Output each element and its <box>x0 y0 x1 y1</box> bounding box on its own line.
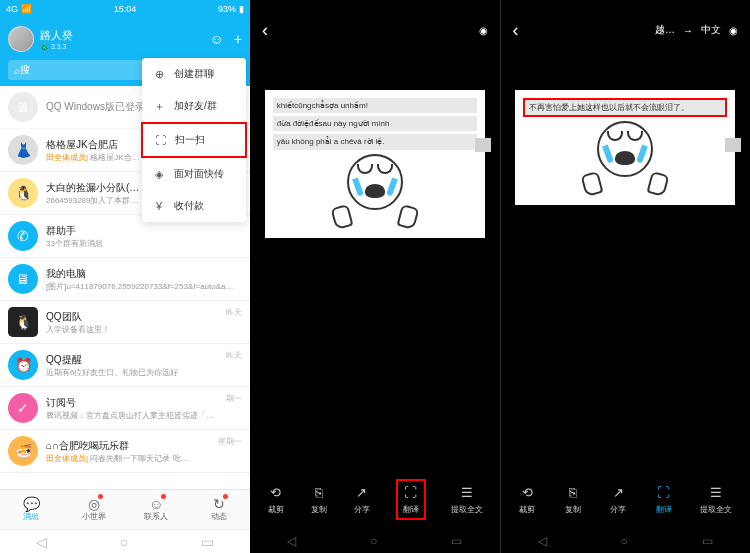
user-name: 路人癸 <box>40 29 73 41</box>
viewer-toolbar: ⟲裁剪⎘复制↗分享⛶翻译☰提取全文 <box>501 473 751 529</box>
tool-label: 提取全文 <box>451 504 483 515</box>
popup-item-add-user[interactable]: ＋加好友/群 <box>142 90 246 122</box>
user-avatar[interactable] <box>8 26 34 52</box>
tool-提取全文[interactable]: ☰提取全文 <box>700 484 732 515</box>
nav-小世界[interactable]: ◎小世界 <box>63 490 126 529</box>
popup-label: 创建群聊 <box>174 67 214 81</box>
tool-label: 翻译 <box>656 504 672 515</box>
sticker-face <box>347 154 403 210</box>
tool-裁剪[interactable]: ⟲裁剪 <box>267 484 285 515</box>
home-button[interactable]: ○ <box>370 534 377 548</box>
badge-dot <box>161 494 166 499</box>
chat-item[interactable]: 🍜 ⌂∩合肥吃喝玩乐群 田全体成员| 闷春先翻一下聊天记录 吃… 星期一 <box>0 430 250 473</box>
nav-label: 动态 <box>211 511 227 522</box>
badge-dot <box>98 494 103 499</box>
chat-subtitle: 田全体成员| 闷春先翻一下聊天记录 吃… <box>46 453 210 464</box>
image-viewers: ‹ ◉ khiếtcũngchảsợa unhầm!đừa đờiệđếsau … <box>250 0 750 553</box>
home-button[interactable]: ○ <box>120 534 128 550</box>
chat-avatar: 🖥 <box>8 92 38 122</box>
tool-label: 复制 <box>311 504 327 515</box>
tool-提取全文[interactable]: ☰提取全文 <box>451 484 483 515</box>
send-icon: ◈ <box>152 167 166 181</box>
tool-翻译[interactable]: ⛶翻译 <box>396 479 426 520</box>
recent-button[interactable]: ▭ <box>702 534 713 548</box>
chat-item[interactable]: ⏰ QQ提醒 近期有6位好友生日。礼物已为你选好 昨天 <box>0 344 250 387</box>
scan-icon: ⛶ <box>153 133 167 147</box>
add-user-icon: ＋ <box>152 99 166 113</box>
image-card[interactable]: 不再害怕爱上她这样也以后就不会流眼泪了。 <box>515 90 735 205</box>
tool-label: 复制 <box>565 504 581 515</box>
lang-to[interactable]: 中文 <box>701 23 721 37</box>
tool-icon: ⛶ <box>402 484 420 502</box>
app-header: 路人癸 🎄 3.3.3 ☺ + <box>0 18 250 60</box>
search-placeholder: 搜 <box>20 63 30 77</box>
tool-icon: ⛶ <box>655 484 673 502</box>
chat-title: QQ团队 <box>46 310 218 324</box>
pay-icon: ¥ <box>152 199 166 213</box>
popup-item-pay[interactable]: ¥收付款 <box>142 190 246 222</box>
ocr-text-block[interactable]: khiếtcũngchảsợa unhầm! <box>273 98 477 113</box>
chat-avatar: 🍜 <box>8 436 38 466</box>
back-icon[interactable]: ‹ <box>513 20 519 41</box>
status-bar: 4G 📶 15:04 93% ▮ <box>0 0 250 18</box>
popup-item-chat[interactable]: ⊕创建群聊 <box>142 58 246 90</box>
lang-from[interactable]: 越… <box>655 23 675 37</box>
chat-avatar: 🐧 <box>8 178 38 208</box>
chat-item[interactable]: 🖥 我的电脑 [图片]u=411879076,2559220733&f=253&… <box>0 258 250 301</box>
chat-subtitle: 入学设备看这里！ <box>46 324 218 335</box>
viewer-1: ‹ 越…→中文◉ 不再害怕爱上她这样也以后就不会流眼泪了。 ⟲裁剪⎘复制↗分享⛶… <box>500 0 751 553</box>
ocr-text-block[interactable]: yâu không phải a chêvà rời lệ. <box>273 134 477 149</box>
tool-复制[interactable]: ⎘复制 <box>310 484 328 515</box>
chat-title: 订阅号 <box>46 396 218 410</box>
eye-icon[interactable]: ◉ <box>729 25 738 36</box>
tool-label: 裁剪 <box>268 504 284 515</box>
tool-label: 裁剪 <box>519 504 535 515</box>
qq-app-panel: 4G 📶 15:04 93% ▮ 路人癸 🎄 3.3.3 ☺ + ⌕ 搜 🖥 Q… <box>0 0 250 553</box>
ocr-text-block[interactable]: đừa đờiệđếsau này người mình <box>273 116 477 131</box>
robot-icon[interactable]: ☺ <box>210 31 224 47</box>
eye-icon[interactable]: ◉ <box>479 25 488 36</box>
chat-avatar: ⏰ <box>8 350 38 380</box>
ocr-fragment <box>725 138 741 152</box>
arrow-icon: → <box>683 25 693 36</box>
popup-item-scan[interactable]: ⛶扫一扫 <box>141 122 247 158</box>
chat-item[interactable]: 🐧 QQ团队 入学设备看这里！ 昨天 <box>0 301 250 344</box>
chat-subtitle: 33个群有新消息 <box>46 238 234 249</box>
back-icon[interactable]: ‹ <box>262 20 268 41</box>
wifi-icon: 📶 <box>21 4 32 14</box>
chat-time: 星期一 <box>218 436 242 447</box>
viewer-topbar: ‹ 越…→中文◉ <box>501 0 751 60</box>
back-button[interactable]: ◁ <box>36 534 47 550</box>
plus-icon[interactable]: + <box>234 31 242 47</box>
popup-label: 收付款 <box>174 199 204 213</box>
chat-item[interactable]: ✓ 订阅号 腾讯视频：官方盘点唐山打人案主犯皆劣迹「保护… 期一 <box>0 387 250 430</box>
tool-翻译[interactable]: ⛶翻译 <box>655 484 673 515</box>
tool-分享[interactable]: ↗分享 <box>609 484 627 515</box>
recent-button[interactable]: ▭ <box>451 534 462 548</box>
signal-text: 4G <box>6 4 18 14</box>
tool-裁剪[interactable]: ⟲裁剪 <box>518 484 536 515</box>
chat-time: 昨天 <box>226 350 242 361</box>
nav-联系人[interactable]: ☺联系人 <box>125 490 188 529</box>
tool-label: 分享 <box>354 504 370 515</box>
home-button[interactable]: ○ <box>621 534 628 548</box>
sticker-face <box>597 121 653 177</box>
image-card[interactable]: khiếtcũngchảsợa unhầm!đừa đờiệđếsau này … <box>265 90 485 238</box>
popup-item-send[interactable]: ◈面对面快传 <box>142 158 246 190</box>
popup-label: 面对面快传 <box>174 167 224 181</box>
recent-button[interactable]: ▭ <box>201 534 214 550</box>
nav-消息[interactable]: 💬消息 <box>0 490 63 529</box>
chat-subtitle: 腾讯视频：官方盘点唐山打人案主犯皆劣迹「保护… <box>46 410 218 421</box>
nav-动态[interactable]: ↻动态 <box>188 490 251 529</box>
tool-复制[interactable]: ⎘复制 <box>564 484 582 515</box>
system-nav: ◁ ○ ▭ <box>250 529 500 553</box>
status-time: 15:04 <box>114 4 137 14</box>
ocr-text-block[interactable]: 不再害怕爱上她这样也以后就不会流眼泪了。 <box>523 98 727 117</box>
tool-分享[interactable]: ↗分享 <box>353 484 371 515</box>
nav-label: 联系人 <box>144 511 168 522</box>
chat-title: 群助手 <box>46 224 234 238</box>
back-button[interactable]: ◁ <box>287 534 296 548</box>
back-button[interactable]: ◁ <box>538 534 547 548</box>
tool-icon: ⟲ <box>518 484 536 502</box>
tool-icon: ⟲ <box>267 484 285 502</box>
